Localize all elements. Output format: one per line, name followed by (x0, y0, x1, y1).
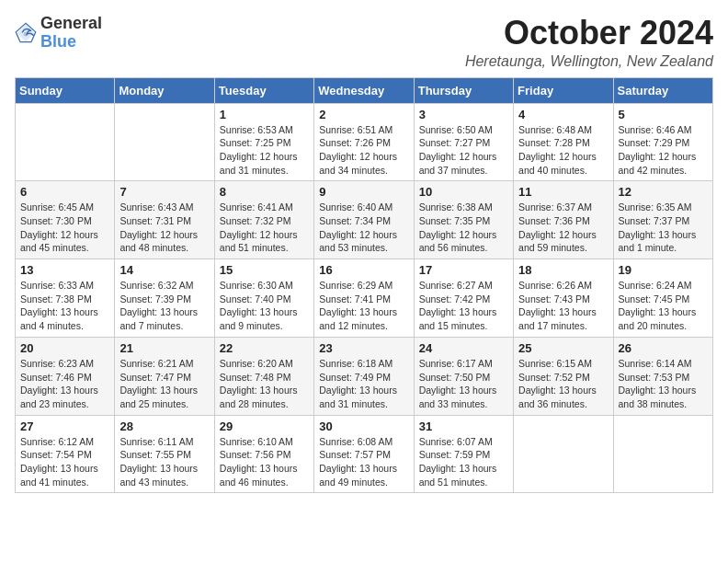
calendar-cell: 11Sunrise: 6:37 AMSunset: 7:36 PMDayligh… (514, 181, 613, 259)
calendar-cell: 10Sunrise: 6:38 AMSunset: 7:35 PMDayligh… (414, 181, 513, 259)
day-info: Sunrise: 6:51 AMSunset: 7:26 PMDaylight:… (319, 123, 408, 178)
day-info: Sunrise: 6:48 AMSunset: 7:28 PMDaylight:… (518, 123, 608, 178)
day-number: 15 (220, 263, 309, 277)
calendar-header: Sunday Monday Tuesday Wednesday Thursday… (16, 77, 713, 103)
day-info: Sunrise: 6:50 AMSunset: 7:27 PMDaylight:… (419, 123, 508, 178)
title-block: October 2024 Heretaunga, Wellington, New… (465, 15, 713, 70)
col-wednesday: Wednesday (314, 77, 414, 103)
day-number: 19 (619, 263, 708, 277)
day-number: 29 (220, 419, 309, 433)
svg-point-2 (24, 32, 28, 37)
calendar-cell: 30Sunrise: 6:08 AMSunset: 7:57 PMDayligh… (314, 415, 414, 493)
calendar-cell: 19Sunrise: 6:24 AMSunset: 7:45 PMDayligh… (613, 259, 712, 338)
calendar-cell: 27Sunrise: 6:12 AMSunset: 7:54 PMDayligh… (16, 415, 115, 493)
day-number: 17 (419, 263, 508, 277)
calendar-cell: 21Sunrise: 6:21 AMSunset: 7:47 PMDayligh… (115, 337, 214, 415)
day-number: 11 (518, 185, 608, 199)
day-info: Sunrise: 6:29 AMSunset: 7:41 PMDaylight:… (319, 279, 408, 333)
logo-general: General (40, 15, 102, 33)
calendar-cell: 26Sunrise: 6:14 AMSunset: 7:53 PMDayligh… (613, 337, 712, 415)
day-number: 24 (419, 341, 508, 355)
calendar-cell: 6Sunrise: 6:45 AMSunset: 7:30 PMDaylight… (16, 181, 115, 259)
day-number: 8 (220, 185, 309, 199)
day-number: 18 (518, 263, 608, 277)
col-tuesday: Tuesday (214, 77, 313, 103)
calendar-week-1: 1Sunrise: 6:53 AMSunset: 7:25 PMDaylight… (16, 103, 713, 181)
day-info: Sunrise: 6:20 AMSunset: 7:48 PMDaylight:… (220, 357, 309, 411)
day-info: Sunrise: 6:23 AMSunset: 7:46 PMDaylight:… (20, 357, 109, 411)
logo-blue: Blue (40, 33, 102, 52)
col-friday: Friday (514, 77, 613, 103)
day-info: Sunrise: 6:18 AMSunset: 7:49 PMDaylight:… (319, 357, 408, 411)
day-info: Sunrise: 6:41 AMSunset: 7:32 PMDaylight:… (220, 201, 309, 255)
logo: General Blue (15, 15, 102, 52)
calendar-cell: 17Sunrise: 6:27 AMSunset: 7:42 PMDayligh… (414, 259, 513, 338)
day-number: 25 (518, 341, 608, 355)
header: General Blue October 2024 Heretaunga, We… (15, 15, 713, 70)
day-info: Sunrise: 6:07 AMSunset: 7:59 PMDaylight:… (419, 435, 508, 489)
calendar-cell (514, 415, 613, 493)
logo-icon (15, 22, 37, 44)
day-number: 4 (518, 108, 608, 121)
day-number: 3 (419, 108, 508, 121)
calendar-cell: 12Sunrise: 6:35 AMSunset: 7:37 PMDayligh… (613, 181, 712, 259)
day-info: Sunrise: 6:10 AMSunset: 7:56 PMDaylight:… (220, 435, 309, 489)
calendar-body: 1Sunrise: 6:53 AMSunset: 7:25 PMDaylight… (16, 103, 713, 493)
day-number: 16 (319, 263, 408, 277)
day-number: 26 (619, 341, 708, 355)
day-number: 5 (619, 108, 708, 121)
calendar-cell: 22Sunrise: 6:20 AMSunset: 7:48 PMDayligh… (214, 337, 313, 415)
day-info: Sunrise: 6:35 AMSunset: 7:37 PMDaylight:… (619, 201, 708, 255)
calendar-cell (613, 415, 712, 493)
calendar-cell: 8Sunrise: 6:41 AMSunset: 7:32 PMDaylight… (214, 181, 313, 259)
day-number: 20 (20, 341, 109, 355)
calendar-cell: 20Sunrise: 6:23 AMSunset: 7:46 PMDayligh… (16, 337, 115, 415)
calendar-cell: 5Sunrise: 6:46 AMSunset: 7:29 PMDaylight… (613, 103, 712, 181)
calendar-cell: 16Sunrise: 6:29 AMSunset: 7:41 PMDayligh… (314, 259, 414, 338)
calendar-cell: 4Sunrise: 6:48 AMSunset: 7:28 PMDaylight… (514, 103, 613, 181)
day-number: 14 (119, 263, 209, 277)
calendar-cell (16, 103, 115, 181)
day-number: 22 (220, 341, 309, 355)
day-info: Sunrise: 6:37 AMSunset: 7:36 PMDaylight:… (518, 201, 608, 255)
day-number: 31 (419, 419, 508, 433)
calendar-cell: 14Sunrise: 6:32 AMSunset: 7:39 PMDayligh… (115, 259, 214, 338)
calendar-cell: 28Sunrise: 6:11 AMSunset: 7:55 PMDayligh… (115, 415, 214, 493)
day-info: Sunrise: 6:46 AMSunset: 7:29 PMDaylight:… (619, 123, 708, 178)
calendar-cell: 1Sunrise: 6:53 AMSunset: 7:25 PMDaylight… (214, 103, 313, 181)
day-info: Sunrise: 6:32 AMSunset: 7:39 PMDaylight:… (119, 279, 209, 333)
day-info: Sunrise: 6:40 AMSunset: 7:34 PMDaylight:… (319, 201, 408, 255)
day-number: 21 (119, 341, 209, 355)
calendar-cell: 3Sunrise: 6:50 AMSunset: 7:27 PMDaylight… (414, 103, 513, 181)
calendar-week-5: 27Sunrise: 6:12 AMSunset: 7:54 PMDayligh… (16, 415, 713, 493)
col-saturday: Saturday (613, 77, 712, 103)
calendar-cell: 9Sunrise: 6:40 AMSunset: 7:34 PMDaylight… (314, 181, 414, 259)
calendar-cell: 15Sunrise: 6:30 AMSunset: 7:40 PMDayligh… (214, 259, 313, 338)
month-title: October 2024 (465, 15, 713, 52)
day-number: 1 (220, 108, 309, 121)
calendar-cell: 18Sunrise: 6:26 AMSunset: 7:43 PMDayligh… (514, 259, 613, 338)
header-row: Sunday Monday Tuesday Wednesday Thursday… (16, 77, 713, 103)
day-number: 7 (119, 185, 209, 199)
day-number: 2 (319, 108, 408, 121)
day-number: 23 (319, 341, 408, 355)
location-subtitle: Heretaunga, Wellington, New Zealand (465, 53, 713, 70)
col-monday: Monday (115, 77, 214, 103)
day-number: 30 (319, 419, 408, 433)
calendar-cell: 31Sunrise: 6:07 AMSunset: 7:59 PMDayligh… (414, 415, 513, 493)
day-info: Sunrise: 6:30 AMSunset: 7:40 PMDaylight:… (220, 279, 309, 333)
calendar-week-4: 20Sunrise: 6:23 AMSunset: 7:46 PMDayligh… (16, 337, 713, 415)
day-info: Sunrise: 6:27 AMSunset: 7:42 PMDaylight:… (419, 279, 508, 333)
calendar-week-2: 6Sunrise: 6:45 AMSunset: 7:30 PMDaylight… (16, 181, 713, 259)
calendar-cell: 2Sunrise: 6:51 AMSunset: 7:26 PMDaylight… (314, 103, 414, 181)
calendar-cell: 23Sunrise: 6:18 AMSunset: 7:49 PMDayligh… (314, 337, 414, 415)
day-info: Sunrise: 6:45 AMSunset: 7:30 PMDaylight:… (20, 201, 109, 255)
day-info: Sunrise: 6:21 AMSunset: 7:47 PMDaylight:… (119, 357, 209, 411)
calendar-cell: 13Sunrise: 6:33 AMSunset: 7:38 PMDayligh… (16, 259, 115, 338)
day-info: Sunrise: 6:38 AMSunset: 7:35 PMDaylight:… (419, 201, 508, 255)
calendar-cell: 25Sunrise: 6:15 AMSunset: 7:52 PMDayligh… (514, 337, 613, 415)
day-info: Sunrise: 6:17 AMSunset: 7:50 PMDaylight:… (419, 357, 508, 411)
day-info: Sunrise: 6:15 AMSunset: 7:52 PMDaylight:… (518, 357, 608, 411)
col-sunday: Sunday (16, 77, 115, 103)
day-number: 12 (619, 185, 708, 199)
